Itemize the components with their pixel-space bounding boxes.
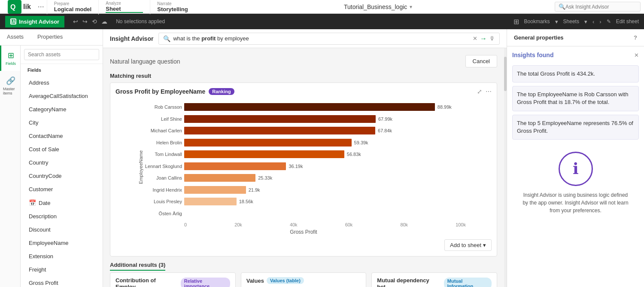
additional-results-label: Additional results (3) <box>110 262 165 271</box>
field-item-countrycode[interactable]: CountryCode <box>21 169 103 183</box>
cancel-button[interactable]: Cancel <box>465 55 497 67</box>
nav-more-button[interactable]: ··· <box>35 2 47 11</box>
tab-properties[interactable]: Properties <box>30 29 70 45</box>
field-name-countrycode: CountryCode <box>29 173 62 179</box>
field-item-contact[interactable]: ContactName <box>21 129 103 143</box>
field-item-city[interactable]: City <box>21 116 103 129</box>
field-item-discount[interactable]: Discount <box>21 223 103 236</box>
bar-5 <box>184 162 286 170</box>
nav-search-icon: 🔍 <box>559 3 565 10</box>
tab-properties-label: Properties <box>37 34 63 40</box>
field-name-description: Description <box>29 213 57 220</box>
sidebar-item-master[interactable]: 🔗 Master items <box>0 71 20 101</box>
bar-3 <box>184 139 352 147</box>
search-suffix: by employee <box>216 35 249 42</box>
clear-icon[interactable]: ✕ <box>473 35 477 42</box>
left-panel-inner: ⊞ Fields 🔗 Master items Fields Address <box>0 46 103 287</box>
toolbar-icon-1[interactable]: ↩ <box>73 18 78 25</box>
edit-icon[interactable]: ✎ <box>607 18 611 24</box>
nav-narrate-label: Narrate <box>157 1 194 6</box>
general-properties-title: General properties <box>514 34 564 41</box>
nav-search-input[interactable] <box>565 4 637 10</box>
chart-title-text: Gross Profit by EmployeeName <box>115 88 205 95</box>
toolbar-icon-2[interactable]: ↪ <box>82 18 88 25</box>
field-item-avgcall[interactable]: AverageCallSatisfaction <box>21 89 103 103</box>
bar-label-0: Rob Carsson <box>118 104 182 110</box>
mic-icon[interactable]: 🎙 <box>489 35 495 42</box>
expand-icon[interactable]: ⤢ <box>477 88 482 95</box>
right-panel-header: General properties ? <box>507 29 644 46</box>
nav-narrate[interactable]: Narrate Storytelling <box>150 0 201 14</box>
edit-sheet-button[interactable]: Edit sheet <box>616 18 639 24</box>
field-item-address[interactable]: Address <box>21 76 103 89</box>
x-axis: 020k40k60k80k100k <box>184 222 466 227</box>
toolbar: IA Insight Advisor ↩ ↪ ⟲ ☁ No selections… <box>0 14 644 29</box>
field-item-grossprofit[interactable]: Gross Profit <box>21 276 103 287</box>
insight-advisor-brand[interactable]: IA Insight Advisor <box>5 16 64 27</box>
insight-card-2: The top EmployeeName is Rob Carsson with… <box>512 86 639 111</box>
search-icon: 🔍 <box>163 35 170 42</box>
field-name-country: Country <box>29 159 49 166</box>
field-item-employee[interactable]: EmployeeName <box>21 236 103 250</box>
sheets-button[interactable]: Sheets <box>563 18 579 24</box>
main-content: Insight Advisor 🔍 what is the profit by … <box>103 29 507 287</box>
bar-value-7: 21.9k <box>249 187 260 192</box>
nav-search-box[interactable]: 🔍 <box>555 2 641 12</box>
toolbar-icon-3[interactable]: ⟲ <box>92 18 97 25</box>
field-item-country[interactable]: Country <box>21 156 103 169</box>
next-sheet-icon[interactable]: › <box>599 18 601 25</box>
field-item-description[interactable]: Description <box>21 210 103 223</box>
mini-cards: Contribution of Employ... Relative impor… <box>110 272 497 287</box>
insight-header: Insight Advisor 🔍 what is the profit by … <box>103 29 507 48</box>
bar-value-4: 56.83k <box>347 152 361 157</box>
sheets-chevron-icon[interactable]: ▾ <box>584 18 587 25</box>
field-item-customer[interactable]: Customer <box>21 183 103 196</box>
grid-icon[interactable]: ⊞ <box>513 18 519 26</box>
field-item-category[interactable]: CategoryName <box>21 103 103 116</box>
sidebar-item-fields[interactable]: ⊞ Fields <box>0 46 20 71</box>
chart-actions: ⤢ ⋯ <box>477 88 492 95</box>
ranking-badge: Ranking <box>209 88 234 95</box>
bar-value-6: 25.33k <box>258 175 272 180</box>
bar-row-9: Östen Ärlig <box>184 209 466 218</box>
submit-arrow-icon[interactable]: → <box>480 35 487 43</box>
bar-8 <box>184 198 237 205</box>
toolbar-icon-4[interactable]: ☁ <box>101 18 107 25</box>
bar-value-8: 18.56k <box>239 199 253 204</box>
field-item-costofsale[interactable]: Cost of Sale <box>21 143 103 156</box>
nav-prepare-label: Prepare <box>54 1 91 6</box>
field-item-freight[interactable]: Freight <box>21 263 103 276</box>
insight-text-1: The total Gross Profit is 434.2k. <box>517 70 595 77</box>
advisor-text: Insight Advisor is using business logic … <box>521 191 630 214</box>
bookmarks-chevron-icon[interactable]: ▾ <box>555 18 558 25</box>
nlq-title: Natural language question <box>110 58 180 65</box>
bar-value-1: 67.99k <box>378 116 392 122</box>
nav-prepare-value: Logical model <box>54 6 91 12</box>
bar-label-3: Helen Brolin <box>118 140 182 145</box>
nav-narrate-value: Storytelling <box>157 6 194 12</box>
tab-assets[interactable]: Assets <box>0 29 30 45</box>
bar-label-5: Lennart Skoglund <box>118 164 182 169</box>
nav-analyze-label: Analyze <box>106 1 143 6</box>
chart-more-icon[interactable]: ⋯ <box>486 88 492 95</box>
fields-search-input[interactable] <box>24 49 99 60</box>
nav-analyze[interactable]: Analyze Sheet <box>98 0 150 15</box>
field-item-date[interactable]: 📅 Date <box>21 196 103 210</box>
app-chevron-icon[interactable]: ▾ <box>410 4 412 10</box>
nav-prepare[interactable]: Prepare Logical model <box>47 0 98 14</box>
info-icon: ℹ <box>573 160 579 178</box>
toolbar-right: ⊞ Bookmarks ▾ Sheets ▾ ‹ › ✎ Edit sheet <box>513 18 639 26</box>
field-name-category: CategoryName <box>29 106 66 113</box>
prev-sheet-icon[interactable]: ‹ <box>592 18 594 25</box>
field-item-extension[interactable]: Extension <box>21 250 103 263</box>
search-prefix: what is the <box>173 35 201 42</box>
insight-text-3: The top 5 EmployeeName represents 76.5% … <box>517 120 633 134</box>
bookmarks-button[interactable]: Bookmarks <box>524 18 550 24</box>
bar-row-3: Helen Brolin 59.39k <box>184 138 466 147</box>
x-axis-label: 100k <box>456 222 466 227</box>
bar-row-1: Leif Shine 67.99k <box>184 114 466 124</box>
add-to-sheet-button[interactable]: Add to sheet ▾ <box>444 239 492 251</box>
search-bar[interactable]: 🔍 what is the profit by employee ✕ → 🎙 <box>158 33 500 45</box>
help-icon[interactable]: ? <box>634 34 637 41</box>
close-insights-icon[interactable]: ✕ <box>634 52 639 58</box>
